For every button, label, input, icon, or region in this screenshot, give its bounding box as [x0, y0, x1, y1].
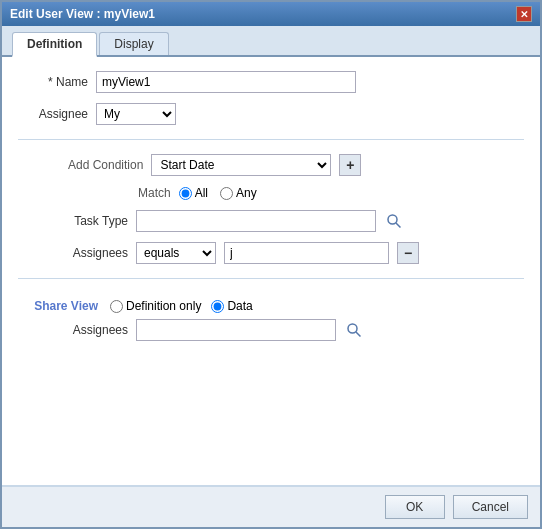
tab-display[interactable]: Display	[99, 32, 168, 55]
share-def-only-radio[interactable]	[110, 300, 123, 313]
share-def-only-option[interactable]: Definition only	[110, 299, 201, 313]
condition-select[interactable]: Start Date Due Date Priority Status	[151, 154, 331, 176]
svg-point-2	[348, 324, 357, 333]
assignees-operator-select[interactable]: equals not equals contains	[136, 242, 216, 264]
assignees-value-input[interactable]	[224, 242, 389, 264]
svg-line-3	[356, 332, 361, 337]
edit-user-view-dialog: Edit User View : myView1 ✕ Definition Di…	[0, 0, 542, 529]
match-radio-group: All Any	[179, 186, 257, 200]
task-type-row: Task Type	[18, 210, 524, 232]
remove-assignees-button[interactable]: −	[397, 242, 419, 264]
share-def-only-label: Definition only	[126, 299, 201, 313]
share-data-option[interactable]: Data	[211, 299, 252, 313]
share-assignees-row: Assignees	[18, 319, 524, 341]
add-condition-button[interactable]: +	[339, 154, 361, 176]
assignees-label: Assignees	[48, 246, 128, 260]
assignee-select[interactable]: My All Other	[96, 103, 176, 125]
match-all-radio[interactable]	[179, 187, 192, 200]
ok-button[interactable]: OK	[385, 495, 445, 519]
tab-bar: Definition Display	[2, 26, 540, 57]
name-input[interactable]	[96, 71, 356, 93]
match-all-option[interactable]: All	[179, 186, 208, 200]
match-row: Match All Any	[18, 186, 524, 200]
window-title: Edit User View : myView1	[10, 7, 155, 21]
share-assignees-search-icon[interactable]	[344, 320, 364, 340]
assignee-label: Assignee	[18, 107, 88, 121]
form-content: * Name Assignee My All Other Add Conditi…	[2, 57, 540, 485]
share-view-row: Share View Definition only Data	[18, 299, 524, 313]
separator-2	[18, 278, 524, 279]
match-any-label: Any	[236, 186, 257, 200]
match-label: Match	[138, 186, 171, 200]
match-any-option[interactable]: Any	[220, 186, 257, 200]
name-row: * Name	[18, 71, 524, 93]
share-data-radio[interactable]	[211, 300, 224, 313]
assignee-row: Assignee My All Other	[18, 103, 524, 125]
share-view-section: Share View Definition only Data Assignee…	[18, 299, 524, 341]
assignees-row: Assignees equals not equals contains −	[18, 242, 524, 264]
match-all-label: All	[195, 186, 208, 200]
svg-line-1	[396, 223, 401, 228]
add-condition-label: Add Condition	[68, 158, 143, 172]
share-data-label: Data	[227, 299, 252, 313]
task-type-label: Task Type	[48, 214, 128, 228]
svg-point-0	[388, 215, 397, 224]
tab-definition[interactable]: Definition	[12, 32, 97, 57]
match-any-radio[interactable]	[220, 187, 233, 200]
separator-1	[18, 139, 524, 140]
share-view-label: Share View	[18, 299, 98, 313]
title-bar: Edit User View : myView1 ✕	[2, 2, 540, 26]
task-type-search-icon[interactable]	[384, 211, 404, 231]
add-condition-row: Add Condition Start Date Due Date Priori…	[18, 154, 524, 176]
share-assignees-label: Assignees	[48, 323, 128, 337]
dialog-footer: OK Cancel	[2, 485, 540, 527]
name-label: * Name	[18, 75, 88, 89]
task-type-input[interactable]	[136, 210, 376, 232]
share-assignees-input[interactable]	[136, 319, 336, 341]
close-icon[interactable]: ✕	[516, 6, 532, 22]
cancel-button[interactable]: Cancel	[453, 495, 528, 519]
